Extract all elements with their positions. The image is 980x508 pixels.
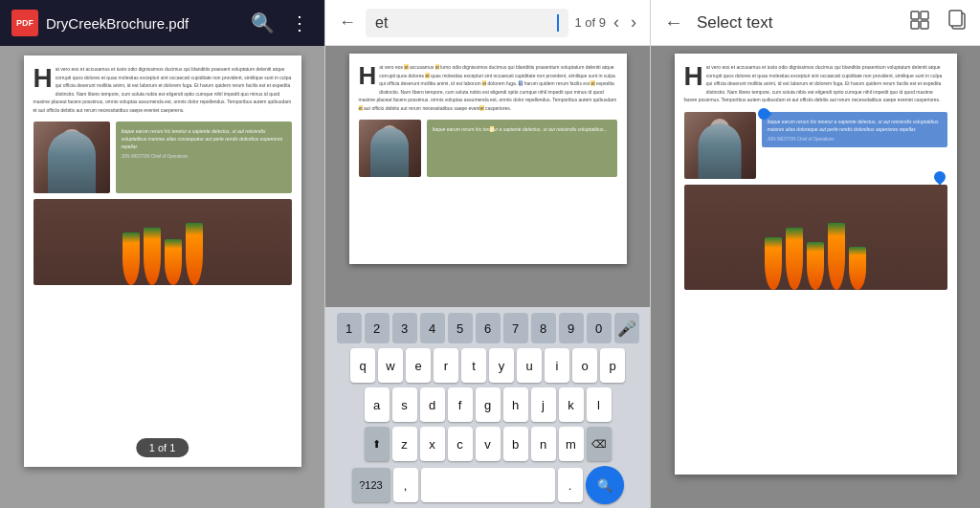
highlight-et-1: et bbox=[404, 64, 408, 70]
highlight-et-3: et bbox=[425, 73, 429, 78]
key-z[interactable]: z bbox=[392, 427, 417, 461]
key-9[interactable]: 9 bbox=[559, 313, 584, 343]
pdf-body-text: H at vero eos et accusamus et iusto odio… bbox=[33, 65, 292, 114]
key-g[interactable]: g bbox=[476, 387, 501, 422]
copy-button[interactable] bbox=[944, 6, 970, 39]
panel-select-text: ← Select text H at vero eos et accusamus… bbox=[651, 0, 980, 508]
pdf-page-search: H at vero eos et accusamus et lumo odio … bbox=[349, 54, 627, 264]
prev-page-button[interactable]: ‹ bbox=[610, 11, 623, 34]
shift-key[interactable]: ⬆ bbox=[365, 427, 390, 461]
period-key[interactable]: . bbox=[558, 468, 583, 502]
selection-handle-end bbox=[931, 168, 947, 185]
back-button-2[interactable]: ← bbox=[335, 11, 360, 34]
highlight-et-4: et bbox=[482, 80, 486, 86]
quote-author-3: JON WESTON Chief of Operations bbox=[768, 137, 942, 142]
key-0[interactable]: 0 bbox=[587, 313, 612, 343]
search-key[interactable]: 🔍 bbox=[586, 466, 624, 504]
key-4[interactable]: 4 bbox=[420, 313, 445, 343]
panel3-header: ← Select text bbox=[651, 0, 980, 46]
key-v[interactable]: v bbox=[476, 427, 501, 461]
key-3[interactable]: 3 bbox=[392, 313, 417, 343]
keyboard-number-row: 1 2 3 4 5 6 7 8 9 0 🎤 bbox=[329, 313, 646, 343]
key-6[interactable]: 6 bbox=[476, 313, 501, 343]
search-bar[interactable]: et bbox=[366, 9, 568, 37]
key-t[interactable]: t bbox=[461, 348, 486, 383]
key-o[interactable]: o bbox=[572, 348, 597, 383]
key-e[interactable]: e bbox=[406, 348, 431, 383]
symbols-key[interactable]: ?123 bbox=[352, 468, 390, 502]
key-1[interactable]: 1 bbox=[337, 313, 362, 343]
quote-box-2: Itaque earum rerum hic tenetur a sapient… bbox=[427, 120, 617, 177]
key-x[interactable]: x bbox=[420, 427, 445, 461]
quote-box: Itaque earum rerum hic tenetur a sapient… bbox=[116, 121, 292, 193]
person-photo-2 bbox=[359, 120, 421, 177]
highlight-et-q: et bbox=[490, 126, 494, 132]
key-b[interactable]: b bbox=[503, 427, 528, 461]
key-i[interactable]: i bbox=[545, 348, 569, 383]
key-r[interactable]: r bbox=[434, 348, 458, 383]
key-s[interactable]: s bbox=[392, 387, 417, 422]
mic-key[interactable]: 🎤 bbox=[614, 313, 639, 343]
page-navigator: 1 of 9 ‹ › bbox=[574, 11, 640, 34]
next-page-button[interactable]: › bbox=[627, 11, 640, 34]
more-options-button[interactable]: ⋮ bbox=[286, 8, 313, 38]
key-u[interactable]: u bbox=[517, 348, 542, 383]
key-5[interactable]: 5 bbox=[448, 313, 473, 343]
grid-view-button[interactable] bbox=[905, 6, 934, 39]
key-h[interactable]: h bbox=[503, 387, 528, 422]
key-y[interactable]: y bbox=[489, 348, 514, 383]
person-photo bbox=[33, 121, 110, 193]
keyboard-row-2: a s d f g h j k l bbox=[329, 387, 646, 422]
key-f[interactable]: f bbox=[448, 387, 473, 422]
pdf-page-1: H at vero eos et accusamus et iusto odio… bbox=[24, 55, 301, 467]
carrot-3-3 bbox=[807, 242, 824, 290]
key-7[interactable]: 7 bbox=[503, 313, 528, 343]
keyboard: 1 2 3 4 5 6 7 8 9 0 🎤 q w e r t y u i o … bbox=[325, 307, 650, 508]
back-button-3[interactable]: ← bbox=[660, 8, 687, 37]
key-q[interactable]: q bbox=[350, 348, 375, 383]
key-j[interactable]: j bbox=[531, 387, 556, 422]
person-body-2 bbox=[370, 127, 409, 177]
key-c[interactable]: c bbox=[448, 427, 473, 461]
key-d[interactable]: d bbox=[420, 387, 445, 422]
pdf-body-content: at vero eos et accusamus et iusto odio d… bbox=[33, 66, 292, 113]
key-m[interactable]: m bbox=[559, 427, 584, 461]
panel1-pdf-area: H at vero eos et accusamus et iusto odio… bbox=[0, 46, 324, 508]
carrot-photo-3 bbox=[684, 185, 947, 290]
panel2-pdf-area: H at vero eos et accusamus et lumo odio … bbox=[325, 46, 650, 307]
key-p[interactable]: p bbox=[600, 348, 625, 383]
quote-container-3: Itaque earum rerum hic tenetur a sapient… bbox=[762, 112, 947, 179]
quote-author: JON WESTON Chief of Operations bbox=[122, 154, 286, 159]
search-button[interactable]: 🔍 bbox=[247, 8, 278, 38]
pdf-image-section-3: Itaque earum rerum hic tenetur a sapient… bbox=[684, 112, 947, 179]
selected-quote-text: Itaque earum rerum hic tenetur a sapient… bbox=[768, 118, 942, 133]
key-n[interactable]: n bbox=[531, 427, 556, 461]
pdf-body-text-2: H at vero eos et accusamus et lumo odio … bbox=[359, 63, 617, 112]
panel3-title: Select text bbox=[697, 13, 896, 33]
key-a[interactable]: a bbox=[365, 387, 390, 422]
space-key[interactable] bbox=[421, 468, 555, 502]
drop-cap-letter: H bbox=[33, 65, 53, 92]
quote-text-2: Itaque earum rerum hic tenetur a sapient… bbox=[433, 125, 612, 133]
person-body bbox=[48, 131, 96, 193]
highlight-et-6: et bbox=[590, 80, 594, 86]
panel-search: ← et 1 of 9 ‹ › H at vero eos et accusam… bbox=[325, 0, 651, 508]
keyboard-bottom-row: ?123 , . 🔍 bbox=[329, 466, 646, 504]
person-body-3 bbox=[699, 123, 742, 179]
carrot-visual bbox=[122, 223, 203, 285]
pdf-page-select: H at vero eos et accusamus et iusto odio… bbox=[675, 54, 957, 475]
search-input-text: et bbox=[375, 14, 553, 32]
panel-pdf-viewer: PDF DryCreekBrochure.pdf 🔍 ⋮ H at vero e… bbox=[0, 0, 325, 508]
key-w[interactable]: w bbox=[378, 348, 403, 383]
highlight-et-2: et bbox=[435, 64, 439, 70]
key-8[interactable]: 8 bbox=[531, 313, 556, 343]
carrot-photo bbox=[33, 199, 292, 285]
key-k[interactable]: k bbox=[559, 387, 584, 422]
comma-key[interactable]: , bbox=[393, 468, 418, 502]
panel2-header: ← et 1 of 9 ‹ › bbox=[325, 0, 650, 46]
pdf-body-search: at vero eos et accusamus et lumo odio di… bbox=[359, 64, 617, 111]
key-l[interactable]: l bbox=[587, 387, 612, 422]
delete-key[interactable]: ⌫ bbox=[587, 427, 612, 461]
carrot-3-1 bbox=[765, 237, 782, 290]
key-2[interactable]: 2 bbox=[365, 313, 390, 343]
